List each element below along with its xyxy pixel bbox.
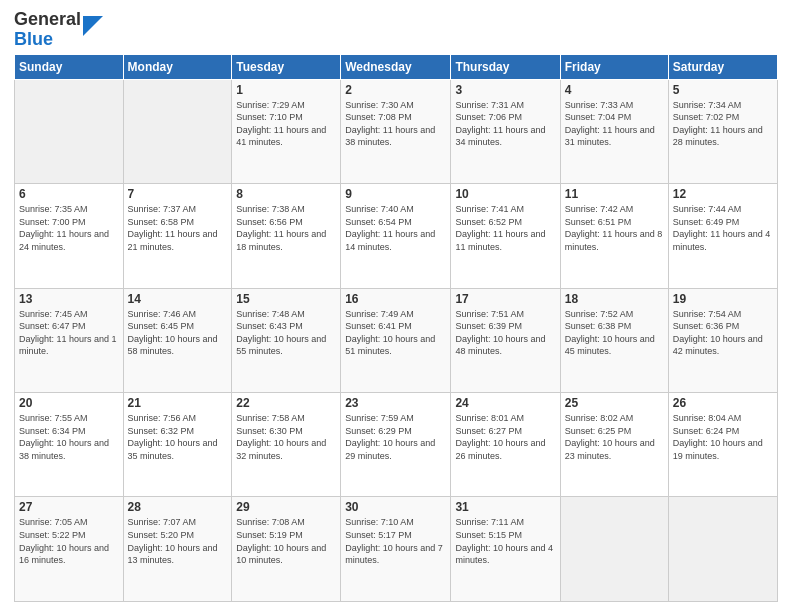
header-row: Sunday Monday Tuesday Wednesday Thursday… xyxy=(15,54,778,79)
calendar-cell: 26Sunrise: 8:04 AM Sunset: 6:24 PM Dayli… xyxy=(668,393,777,497)
calendar-cell: 28Sunrise: 7:07 AM Sunset: 5:20 PM Dayli… xyxy=(123,497,232,602)
calendar-cell: 23Sunrise: 7:59 AM Sunset: 6:29 PM Dayli… xyxy=(341,393,451,497)
calendar-cell xyxy=(15,79,124,183)
col-tuesday: Tuesday xyxy=(232,54,341,79)
calendar-cell: 2Sunrise: 7:30 AM Sunset: 7:08 PM Daylig… xyxy=(341,79,451,183)
calendar-body: 1Sunrise: 7:29 AM Sunset: 7:10 PM Daylig… xyxy=(15,79,778,601)
day-info: Sunrise: 7:34 AM Sunset: 7:02 PM Dayligh… xyxy=(673,99,773,149)
svg-marker-0 xyxy=(83,16,103,36)
day-info: Sunrise: 7:42 AM Sunset: 6:51 PM Dayligh… xyxy=(565,203,664,253)
calendar-cell: 30Sunrise: 7:10 AM Sunset: 5:17 PM Dayli… xyxy=(341,497,451,602)
day-number: 3 xyxy=(455,83,555,97)
day-info: Sunrise: 7:46 AM Sunset: 6:45 PM Dayligh… xyxy=(128,308,228,358)
logo-icon xyxy=(83,16,103,36)
day-number: 30 xyxy=(345,500,446,514)
logo: General Blue xyxy=(14,10,103,50)
day-number: 18 xyxy=(565,292,664,306)
day-info: Sunrise: 7:31 AM Sunset: 7:06 PM Dayligh… xyxy=(455,99,555,149)
day-number: 4 xyxy=(565,83,664,97)
day-number: 7 xyxy=(128,187,228,201)
day-number: 22 xyxy=(236,396,336,410)
calendar-cell: 17Sunrise: 7:51 AM Sunset: 6:39 PM Dayli… xyxy=(451,288,560,392)
day-info: Sunrise: 8:02 AM Sunset: 6:25 PM Dayligh… xyxy=(565,412,664,462)
day-number: 23 xyxy=(345,396,446,410)
page: General Blue Sunday Monday Tuesday Wedne… xyxy=(0,0,792,612)
day-number: 25 xyxy=(565,396,664,410)
day-info: Sunrise: 7:56 AM Sunset: 6:32 PM Dayligh… xyxy=(128,412,228,462)
day-info: Sunrise: 7:48 AM Sunset: 6:43 PM Dayligh… xyxy=(236,308,336,358)
day-info: Sunrise: 7:30 AM Sunset: 7:08 PM Dayligh… xyxy=(345,99,446,149)
day-number: 2 xyxy=(345,83,446,97)
day-number: 11 xyxy=(565,187,664,201)
day-info: Sunrise: 7:10 AM Sunset: 5:17 PM Dayligh… xyxy=(345,516,446,566)
day-number: 26 xyxy=(673,396,773,410)
calendar-cell: 7Sunrise: 7:37 AM Sunset: 6:58 PM Daylig… xyxy=(123,184,232,288)
calendar-cell: 14Sunrise: 7:46 AM Sunset: 6:45 PM Dayli… xyxy=(123,288,232,392)
calendar-cell: 31Sunrise: 7:11 AM Sunset: 5:15 PM Dayli… xyxy=(451,497,560,602)
calendar-cell: 20Sunrise: 7:55 AM Sunset: 6:34 PM Dayli… xyxy=(15,393,124,497)
calendar-cell: 1Sunrise: 7:29 AM Sunset: 7:10 PM Daylig… xyxy=(232,79,341,183)
day-number: 21 xyxy=(128,396,228,410)
calendar-cell: 11Sunrise: 7:42 AM Sunset: 6:51 PM Dayli… xyxy=(560,184,668,288)
day-info: Sunrise: 7:05 AM Sunset: 5:22 PM Dayligh… xyxy=(19,516,119,566)
day-info: Sunrise: 7:38 AM Sunset: 6:56 PM Dayligh… xyxy=(236,203,336,253)
day-info: Sunrise: 7:44 AM Sunset: 6:49 PM Dayligh… xyxy=(673,203,773,253)
day-info: Sunrise: 7:49 AM Sunset: 6:41 PM Dayligh… xyxy=(345,308,446,358)
header: General Blue xyxy=(14,10,778,50)
day-number: 8 xyxy=(236,187,336,201)
day-info: Sunrise: 7:07 AM Sunset: 5:20 PM Dayligh… xyxy=(128,516,228,566)
day-number: 12 xyxy=(673,187,773,201)
day-info: Sunrise: 7:59 AM Sunset: 6:29 PM Dayligh… xyxy=(345,412,446,462)
day-info: Sunrise: 7:54 AM Sunset: 6:36 PM Dayligh… xyxy=(673,308,773,358)
calendar-cell: 10Sunrise: 7:41 AM Sunset: 6:52 PM Dayli… xyxy=(451,184,560,288)
calendar-table: Sunday Monday Tuesday Wednesday Thursday… xyxy=(14,54,778,602)
col-friday: Friday xyxy=(560,54,668,79)
calendar-cell: 22Sunrise: 7:58 AM Sunset: 6:30 PM Dayli… xyxy=(232,393,341,497)
calendar-week-4: 20Sunrise: 7:55 AM Sunset: 6:34 PM Dayli… xyxy=(15,393,778,497)
day-info: Sunrise: 8:04 AM Sunset: 6:24 PM Dayligh… xyxy=(673,412,773,462)
day-info: Sunrise: 7:41 AM Sunset: 6:52 PM Dayligh… xyxy=(455,203,555,253)
logo-text: General Blue xyxy=(14,10,81,50)
day-number: 9 xyxy=(345,187,446,201)
calendar-cell: 3Sunrise: 7:31 AM Sunset: 7:06 PM Daylig… xyxy=(451,79,560,183)
day-number: 6 xyxy=(19,187,119,201)
calendar-header: Sunday Monday Tuesday Wednesday Thursday… xyxy=(15,54,778,79)
col-thursday: Thursday xyxy=(451,54,560,79)
day-info: Sunrise: 7:11 AM Sunset: 5:15 PM Dayligh… xyxy=(455,516,555,566)
calendar-cell: 12Sunrise: 7:44 AM Sunset: 6:49 PM Dayli… xyxy=(668,184,777,288)
day-info: Sunrise: 7:08 AM Sunset: 5:19 PM Dayligh… xyxy=(236,516,336,566)
calendar-week-3: 13Sunrise: 7:45 AM Sunset: 6:47 PM Dayli… xyxy=(15,288,778,392)
calendar-cell: 29Sunrise: 7:08 AM Sunset: 5:19 PM Dayli… xyxy=(232,497,341,602)
calendar-cell xyxy=(560,497,668,602)
day-info: Sunrise: 7:52 AM Sunset: 6:38 PM Dayligh… xyxy=(565,308,664,358)
day-number: 20 xyxy=(19,396,119,410)
calendar-cell: 8Sunrise: 7:38 AM Sunset: 6:56 PM Daylig… xyxy=(232,184,341,288)
day-info: Sunrise: 7:51 AM Sunset: 6:39 PM Dayligh… xyxy=(455,308,555,358)
calendar-week-1: 1Sunrise: 7:29 AM Sunset: 7:10 PM Daylig… xyxy=(15,79,778,183)
day-info: Sunrise: 7:35 AM Sunset: 7:00 PM Dayligh… xyxy=(19,203,119,253)
calendar-cell: 18Sunrise: 7:52 AM Sunset: 6:38 PM Dayli… xyxy=(560,288,668,392)
day-info: Sunrise: 7:29 AM Sunset: 7:10 PM Dayligh… xyxy=(236,99,336,149)
day-info: Sunrise: 7:40 AM Sunset: 6:54 PM Dayligh… xyxy=(345,203,446,253)
day-number: 24 xyxy=(455,396,555,410)
calendar-cell xyxy=(668,497,777,602)
day-number: 16 xyxy=(345,292,446,306)
day-number: 31 xyxy=(455,500,555,514)
day-number: 10 xyxy=(455,187,555,201)
day-info: Sunrise: 7:45 AM Sunset: 6:47 PM Dayligh… xyxy=(19,308,119,358)
calendar-week-2: 6Sunrise: 7:35 AM Sunset: 7:00 PM Daylig… xyxy=(15,184,778,288)
calendar-cell: 13Sunrise: 7:45 AM Sunset: 6:47 PM Dayli… xyxy=(15,288,124,392)
calendar-cell: 4Sunrise: 7:33 AM Sunset: 7:04 PM Daylig… xyxy=(560,79,668,183)
calendar-cell: 27Sunrise: 7:05 AM Sunset: 5:22 PM Dayli… xyxy=(15,497,124,602)
calendar-cell: 24Sunrise: 8:01 AM Sunset: 6:27 PM Dayli… xyxy=(451,393,560,497)
col-wednesday: Wednesday xyxy=(341,54,451,79)
calendar-cell: 15Sunrise: 7:48 AM Sunset: 6:43 PM Dayli… xyxy=(232,288,341,392)
day-number: 28 xyxy=(128,500,228,514)
calendar-cell: 19Sunrise: 7:54 AM Sunset: 6:36 PM Dayli… xyxy=(668,288,777,392)
day-number: 17 xyxy=(455,292,555,306)
col-sunday: Sunday xyxy=(15,54,124,79)
logo-blue: Blue xyxy=(14,29,53,49)
day-number: 1 xyxy=(236,83,336,97)
day-info: Sunrise: 7:55 AM Sunset: 6:34 PM Dayligh… xyxy=(19,412,119,462)
calendar-week-5: 27Sunrise: 7:05 AM Sunset: 5:22 PM Dayli… xyxy=(15,497,778,602)
